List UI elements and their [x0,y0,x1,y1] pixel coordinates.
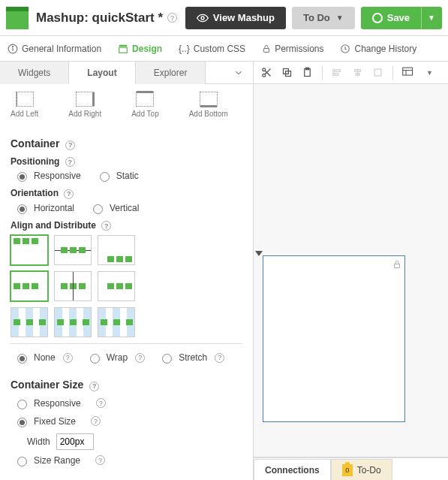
paste-icon[interactable] [302,67,313,78]
orientation-horizontal-radio[interactable] [17,204,27,214]
design-icon [118,44,128,54]
tab-custom-css[interactable]: {..} Custom CSS [179,44,245,54]
orientation-vertical-radio[interactable] [93,204,103,214]
canvas-panel: ▼ Connections 0 To-Do [254,62,448,480]
width-label: Width [27,436,50,447]
help-icon[interactable]: ? [65,140,75,150]
wrap-wrap-radio[interactable] [90,354,100,364]
chevron-down-icon[interactable]: ▼ [426,69,433,77]
orientation-horizontal-label: Horizontal [34,203,74,213]
lock-icon [392,259,401,270]
distribute-3[interactable] [98,307,135,337]
svg-rect-4 [119,44,128,46]
help-icon[interactable]: ? [63,353,73,363]
size-responsive-label: Responsive [34,398,81,409]
align-label: Align and Distribute [11,220,96,231]
mashup-canvas[interactable] [254,84,448,457]
copy-icon[interactable] [281,67,293,78]
todo-dropdown-button[interactable]: To Do ▼ [292,7,355,29]
save-button[interactable]: Save [361,7,421,29]
align-middle-center[interactable] [54,271,92,301]
side-tab-explorer[interactable]: Explorer [136,62,206,84]
todo-badge: 0 [342,464,353,476]
align-middle-left[interactable] [11,271,48,301]
svg-point-0 [201,17,204,20]
orientation-vertical-label: Vertical [110,203,139,213]
layout-mode-icon[interactable] [402,67,417,78]
align-bottom-right[interactable] [98,235,135,265]
bottom-tabs: Connections 0 To-Do [254,457,448,480]
side-tab-widgets[interactable]: Widgets [0,62,69,84]
tab-design[interactable]: Design [118,44,162,54]
container-heading: Container [11,137,59,149]
left-panel: Widgets Layout Explorer Add Left Add Rig… [0,62,254,480]
help-icon[interactable]: ? [89,382,99,391]
positioning-responsive-radio[interactable] [17,172,27,182]
add-right-control[interactable]: Add Right [68,92,101,118]
positioning-static-radio[interactable] [100,172,110,182]
add-bottom-control[interactable]: Add Bottom [189,92,228,118]
svg-point-3 [12,46,13,47]
eye-icon [197,12,209,24]
help-icon[interactable]: ? [64,189,74,199]
tab-change-history[interactable]: Change History [340,44,416,54]
orientation-label: Orientation [11,188,59,198]
save-dropdown-button[interactable]: ▼ [421,7,442,29]
wrap-stretch-label: Stretch [179,352,207,363]
cut-icon[interactable] [261,67,272,78]
help-icon[interactable]: ? [135,353,145,363]
tab-general-label: General Information [22,44,101,54]
container-expand-icon[interactable] [255,251,263,256]
tab-permissions[interactable]: Permissions [262,44,323,54]
svg-rect-6 [264,48,269,52]
tab-permissions-label: Permissions [275,44,323,54]
size-range-radio[interactable] [17,457,27,466]
add-right-icon [76,92,94,107]
title-help-icon[interactable]: ? [167,13,177,23]
container-drop-zone[interactable] [263,255,405,422]
add-left-control[interactable]: Add Left [11,92,38,118]
container-size-heading: Container Size [11,379,83,391]
help-icon[interactable]: ? [101,221,111,231]
view-mashup-button[interactable]: View Mashup [185,7,286,29]
distribute-2[interactable] [54,307,92,337]
add-left-icon [16,92,34,107]
size-range-label: Size Range [34,455,80,466]
wrap-stretch-radio[interactable] [162,354,172,364]
wrap-wrap-label: Wrap [107,352,128,363]
svg-rect-23 [403,68,413,75]
wrap-none-radio[interactable] [17,354,27,364]
help-icon[interactable]: ? [96,398,106,408]
size-responsive-radio[interactable] [17,400,27,409]
tab-general-information[interactable]: General Information [8,44,101,54]
info-icon [8,44,18,54]
align-right-icon [372,67,383,78]
bottom-tab-todo-label: To-Do [357,465,381,475]
collapse-panel-icon[interactable] [224,68,253,78]
align-middle-right[interactable] [98,271,135,301]
history-icon [340,44,350,54]
align-top-center[interactable] [54,235,92,265]
size-fixed-radio[interactable] [17,418,27,427]
align-top-left[interactable] [11,235,48,265]
side-tab-layout[interactable]: Layout [69,62,135,84]
size-fixed-label: Fixed Size [34,416,76,427]
help-icon[interactable]: ? [95,455,105,465]
bottom-tab-todo[interactable]: 0 To-Do [331,459,392,480]
add-top-icon [136,92,154,107]
distribute-1[interactable] [11,307,48,337]
page-title: Mashup: quickStart * [36,11,163,26]
bottom-tab-connections[interactable]: Connections [254,459,331,480]
side-tabs: Widgets Layout Explorer [0,62,253,84]
help-icon[interactable]: ? [65,157,75,167]
width-input[interactable] [56,433,94,450]
wrap-none-label: None [34,352,56,363]
align-center-icon [352,67,363,78]
help-icon[interactable]: ? [215,353,224,363]
add-top-label: Add Top [131,110,159,118]
add-top-control[interactable]: Add Top [131,92,159,118]
entity-tabs: General Information Design {..} Custom C… [0,36,448,62]
tab-design-label: Design [132,44,162,54]
help-icon[interactable]: ? [91,416,101,426]
add-bottom-label: Add Bottom [189,110,228,118]
